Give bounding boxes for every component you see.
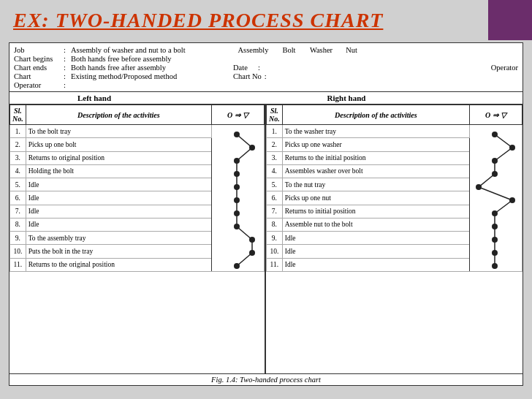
right-slno-header: Sl. No. xyxy=(267,105,283,125)
row-number: 2. xyxy=(267,138,283,151)
job-label: Job xyxy=(14,46,64,54)
row-description: Picks up one bolt xyxy=(26,138,211,151)
left-sym-header: O ⇒ ▽ xyxy=(212,105,265,125)
svg-point-1 xyxy=(249,145,255,151)
assembly-col: Assembly xyxy=(233,46,273,54)
triangle-sym-header-left: ▽ xyxy=(243,111,248,119)
row-description: Returns to the original position xyxy=(26,258,211,271)
row-number: 3. xyxy=(10,151,26,164)
hands-header: Left hand Right hand xyxy=(10,92,522,104)
row-description: Assemble nut to the bolt xyxy=(282,218,469,231)
row-description: To the assembly tray xyxy=(26,232,211,245)
left-slno-header: Sl. No. xyxy=(10,105,26,125)
row-description: Idle xyxy=(26,178,211,191)
svg-point-8 xyxy=(249,237,255,243)
row-description: Returns to original position xyxy=(26,151,211,164)
row-number: 8. xyxy=(267,218,283,231)
tables-area: Sl. No. Description of the activities O … xyxy=(10,104,522,373)
job-value: Assembly of washer and nut to a bolt xyxy=(71,46,233,54)
row-number: 7. xyxy=(10,205,26,218)
circle-sym-header-right: O xyxy=(485,111,490,119)
left-desc-header: Description of the activities xyxy=(26,105,211,125)
operator-right-label: Operator xyxy=(491,64,518,72)
row-number: 11. xyxy=(267,258,283,271)
left-table-side: Sl. No. Description of the activities O … xyxy=(10,104,266,373)
svg-point-15 xyxy=(476,184,482,190)
svg-point-0 xyxy=(234,132,240,137)
row-number: 10. xyxy=(267,245,283,258)
right-sym-header: O ⇒ ▽ xyxy=(470,105,522,125)
row-description: Returns to the initial position xyxy=(282,151,469,164)
row-number: 2. xyxy=(10,138,26,151)
table-row: 1.To the washer tray xyxy=(267,125,522,138)
row-description: Holding the bolt xyxy=(26,164,211,178)
row-description: Idle xyxy=(26,205,211,218)
chart-begins-label: Chart begins xyxy=(14,55,64,63)
svg-point-21 xyxy=(492,263,498,269)
row-description: To the washer tray xyxy=(282,125,469,138)
row-description: Idle xyxy=(282,258,469,271)
arrow-sym-header-right: ⇒ xyxy=(493,111,498,119)
date-label: Date xyxy=(233,64,255,72)
svg-point-18 xyxy=(492,224,498,229)
row-number: 9. xyxy=(267,232,283,245)
chart-ends-value: Both hands free after assembly xyxy=(71,64,233,72)
left-activity-table: Sl. No. Description of the activities O … xyxy=(10,104,265,272)
row-number: 6. xyxy=(267,191,283,205)
row-description: Idle xyxy=(26,191,211,205)
main-content: Job : Assembly of washer and nut to a bo… xyxy=(9,42,523,386)
row-symbol xyxy=(470,125,522,272)
svg-point-7 xyxy=(234,224,240,229)
page-title: Ex: Two-Handed Process Chart xyxy=(13,9,383,32)
svg-point-5 xyxy=(234,197,240,203)
arrow-sym-header-left: ⇒ xyxy=(235,111,240,119)
operator-label: Operator xyxy=(14,81,64,89)
row-description: Idle xyxy=(26,218,211,231)
row-description: Idle xyxy=(282,232,469,245)
row-number: 5. xyxy=(10,178,26,191)
right-activity-table: Sl. No. Description of the activities O … xyxy=(266,104,522,272)
right-desc-header: Description of the activities xyxy=(282,105,469,125)
svg-point-11 xyxy=(492,132,498,137)
svg-point-2 xyxy=(234,158,240,164)
chart-begins-value: Both hands free before assembly xyxy=(71,55,233,63)
svg-point-16 xyxy=(509,197,515,203)
washer-col: Washer xyxy=(305,46,338,54)
svg-point-4 xyxy=(234,184,240,190)
row-description: Picks up one nut xyxy=(282,191,469,205)
header-section: Job : Assembly of washer and nut to a bo… xyxy=(10,43,522,92)
row-number: 11. xyxy=(10,258,26,271)
caption: Fig. 1.4: Two-handed process chart xyxy=(10,373,522,385)
svg-point-20 xyxy=(492,250,498,256)
row-description: Returns to initial position xyxy=(282,205,469,218)
row-number: 4. xyxy=(267,164,283,178)
row-description: To the nut tray xyxy=(282,178,469,191)
row-description: To the bolt tray xyxy=(26,125,211,138)
svg-point-6 xyxy=(234,210,240,216)
nut-col: Nut xyxy=(341,46,362,54)
right-diagram xyxy=(470,125,520,270)
row-number: 3. xyxy=(267,151,283,164)
left-hand-label: Left hand xyxy=(14,94,175,102)
svg-point-9 xyxy=(249,250,255,256)
row-symbol xyxy=(212,125,265,272)
row-number: 1. xyxy=(10,125,26,138)
chart-value: Existing method/Proposed method xyxy=(71,72,233,80)
svg-point-12 xyxy=(509,145,515,151)
row-number: 6. xyxy=(10,191,26,205)
bolt-col: Bolt xyxy=(276,46,302,54)
table-row: 1.To the bolt tray xyxy=(10,125,265,138)
row-number: 1. xyxy=(267,125,283,138)
purple-decoration xyxy=(488,0,532,40)
row-number: 4. xyxy=(10,164,26,178)
row-description: Idle xyxy=(282,245,469,258)
row-description: Assembles washer over bolt xyxy=(282,164,469,178)
row-number: 9. xyxy=(10,232,26,245)
row-number: 5. xyxy=(267,178,283,191)
chart-no-label: Chart No xyxy=(233,72,262,80)
svg-point-13 xyxy=(492,158,498,164)
chart-ends-label: Chart ends xyxy=(14,64,64,72)
svg-point-19 xyxy=(492,237,498,243)
svg-point-17 xyxy=(492,210,498,216)
right-table-side: Sl. No. Description of the activities O … xyxy=(266,104,522,373)
